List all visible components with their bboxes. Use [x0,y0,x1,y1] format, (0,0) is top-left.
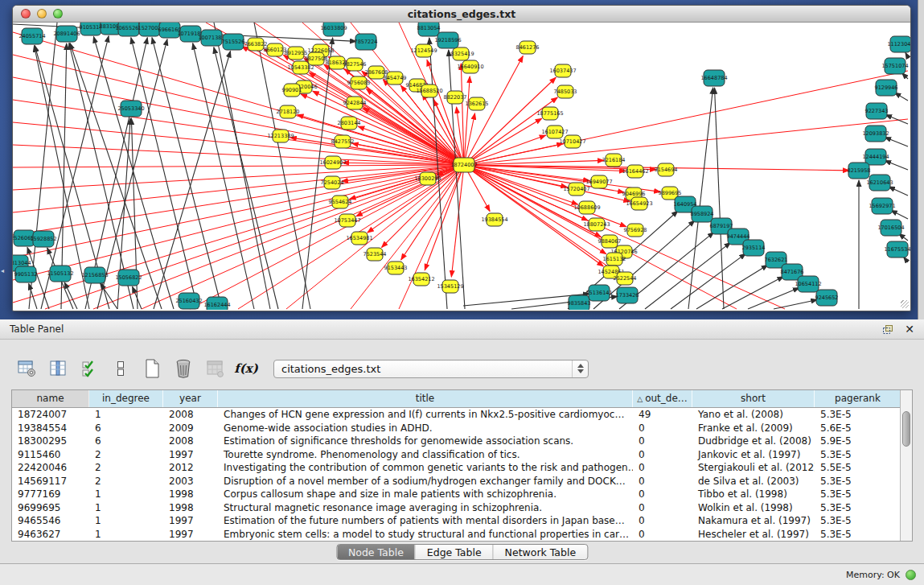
citation-edge-red[interactable] [309,72,464,165]
citation-edge-red[interactable] [13,165,464,212]
graph-node-teal[interactable]: 12156853 [81,267,108,283]
column-header-short[interactable]: short [692,390,815,407]
cell-title[interactable]: Investigating the contribution of common… [218,461,633,475]
cell-year[interactable]: 2012 [163,461,218,475]
graph-node-yellow[interactable]: 12124549 [410,44,437,57]
window-titlebar[interactable]: citations_edges.txt [13,6,910,23]
tab-network-table[interactable]: Network Table [493,545,588,559]
table-row[interactable]: 1938455462009Genome-wide association stu… [12,422,912,435]
cell-pagerank[interactable]: 5.3E-5 [815,448,901,462]
row-merge-icon[interactable] [110,358,131,379]
cell-name[interactable]: 18724007 [12,408,89,422]
window-resize-grip[interactable] [901,300,909,308]
graph-node-teal[interactable]: 15928852 [30,231,56,247]
graph-node-teal[interactable]: 2935114 [742,240,766,256]
cell-short[interactable]: Jankovic et al. (1997) [692,448,815,462]
cell-name[interactable]: 9115460 [12,448,89,462]
cell-pagerank[interactable]: 5.3E-5 [815,514,901,528]
graph-node-teal[interactable]: 17016504 [877,220,904,236]
cell-year[interactable]: 2008 [163,408,218,422]
cell-name[interactable]: 19384554 [12,422,89,435]
cell-out_de[interactable]: 0 [633,475,692,488]
citation-edge-red[interactable] [13,32,464,165]
cell-name[interactable]: 14569117 [12,475,89,488]
cell-pagerank[interactable]: 5.3E-5 [815,488,901,501]
graph-node-teal[interactable]: 11505132 [47,266,73,282]
column-header-in_degree[interactable]: in_degree [89,390,163,407]
cell-year[interactable]: 1997 [163,514,218,528]
graph-node-yellow[interactable]: 7485033 [554,85,577,98]
cell-short[interactable]: Yano et al. (2008) [692,408,815,422]
graph-node-yellow[interactable]: 3216184 [602,154,626,167]
graph-node-yellow[interactable]: 9154694 [655,163,678,176]
graph-node-yellow[interactable]: 18724007 [450,158,477,172]
graph-node-teal[interactable]: 15751074 [881,58,908,74]
graph-node-teal[interactable]: 24055714 [18,28,45,44]
cell-out_de[interactable]: 0 [633,461,692,475]
cell-title[interactable]: Estimation of the future numbers of pati… [218,514,633,528]
citation-edge-red[interactable] [13,165,464,167]
table-row[interactable]: 946554611997Estimation of the future num… [12,514,912,528]
graph-node-yellow[interactable]: 9554624 [329,196,352,208]
cell-year[interactable]: 1998 [163,488,218,501]
cell-out_de[interactable]: 0 [633,528,692,542]
graph-node-yellow[interactable]: 9153443 [384,262,408,274]
network-canvas[interactable]: 1872400718300295193845547663822866012389… [13,23,910,310]
cell-out_de[interactable]: 0 [633,448,692,462]
graph-node-yellow[interactable]: 990901 [282,84,302,97]
cell-year[interactable]: 1998 [163,501,218,515]
cell-title[interactable]: Genome-wide association studies in ADHD. [218,422,633,435]
cell-pagerank[interactable]: 5.3E-5 [815,475,901,488]
column-chooser-icon[interactable] [47,358,68,379]
table-settings-icon[interactable] [16,358,37,379]
graph-node-teal[interactable]: 15136141 [585,285,612,301]
citation-edge-black[interactable] [891,210,908,219]
citation-edge-black[interactable] [889,187,908,196]
citation-edge-black[interactable] [885,160,908,170]
vertical-scrollbar[interactable] [900,390,912,541]
cell-pagerank[interactable]: 5.6E-5 [815,422,901,435]
table-row[interactable]: 911546021997Tourette syndrome. Phenomeno… [12,448,912,462]
cell-name[interactable]: 9465546 [12,514,89,528]
graph-node-teal[interactable]: 16033809 [320,23,347,36]
graph-node-teal[interactable]: 16162444 [203,297,230,310]
graph-node-yellow[interactable]: 9756928 [624,224,647,237]
tab-node-table[interactable]: Node Table [337,545,415,559]
graph-node-yellow[interactable]: 15345129 [437,280,463,293]
cell-short[interactable]: Dudbridge et al. (2008) [692,435,815,448]
citation-edge-red[interactable] [13,165,464,190]
cell-short[interactable]: Tibbo et al. (1998) [692,488,815,501]
function-builder-icon[interactable]: f(x) [236,358,257,379]
graph-node-yellow[interactable]: 19384554 [481,213,507,226]
column-header-pagerank[interactable]: pagerank [815,390,901,407]
cell-in_degree[interactable]: 2 [89,448,163,462]
column-header-year[interactable]: year [163,390,218,407]
cell-out_de[interactable]: 49 [633,408,692,422]
graph-node-teal[interactable]: 11675534 [884,241,910,257]
column-header-out_de[interactable]: △out_de… [633,390,692,407]
table-row[interactable]: 1872400712008Changes of HCN gene express… [12,408,912,422]
close-button[interactable] [21,9,31,19]
cell-year[interactable]: 2008 [163,435,218,448]
cell-title[interactable]: Disruption of a novel member of a sodium… [218,475,633,488]
zoom-button[interactable] [53,9,63,19]
citation-edge-black[interactable] [97,39,167,309]
graph-node-teal[interactable]: 16648784 [700,70,727,86]
citation-edge-red[interactable] [464,165,578,204]
graph-node-teal[interactable]: 7515526 [222,34,245,50]
cell-out_de[interactable]: 0 [633,501,692,515]
scrollbar-thumb[interactable] [902,411,910,447]
cell-title[interactable]: Structural magnetic resonance image aver… [218,501,633,515]
graph-node-yellow[interactable]: 16037437 [549,64,576,77]
table-row[interactable]: 969969511998Structural magnetic resonanc… [12,501,912,515]
citation-edge-red[interactable] [45,165,464,309]
cell-year[interactable]: 2009 [163,422,218,435]
graph-node-yellow[interactable]: 2718120 [277,105,300,118]
close-panel-icon[interactable]: ✕ [905,323,914,335]
graph-node-teal[interactable]: 15056822 [115,270,142,286]
graph-node-teal[interactable]: 16210643 [866,175,893,191]
cell-out_de[interactable]: 0 [633,488,692,501]
cell-name[interactable]: 9777169 [12,488,89,501]
cell-in_degree[interactable]: 1 [89,514,163,528]
cell-in_degree[interactable]: 1 [89,488,163,501]
